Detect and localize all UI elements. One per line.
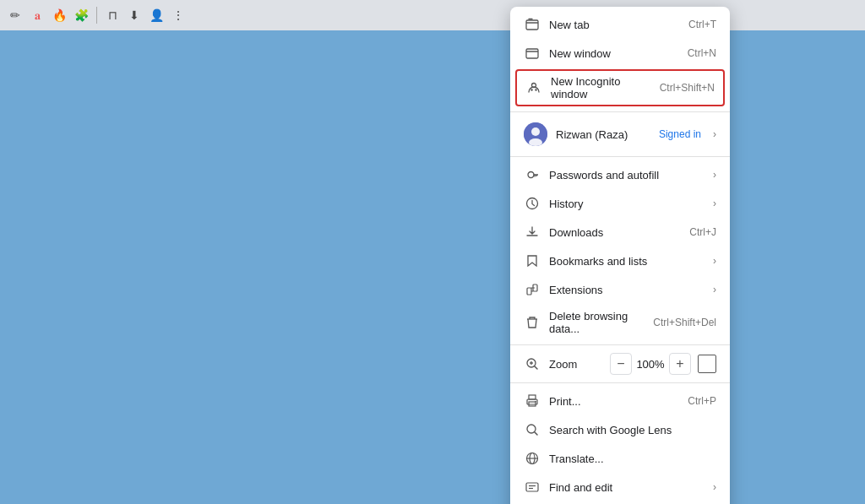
history-arrow: › (713, 198, 716, 209)
svg-rect-1 (526, 49, 538, 58)
menu-item-new-window[interactable]: New window Ctrl+N (510, 39, 730, 68)
menu-section-new: New tab Ctrl+T New window Ctrl+N (510, 7, 730, 112)
downloads-icon (524, 224, 541, 241)
svg-line-25 (535, 432, 537, 435)
toolbar-icon-cast[interactable]: ⊓ (104, 7, 121, 24)
delete-browsing-shortcut: Ctrl+Shift+Del (653, 317, 716, 328)
svg-marker-13 (528, 256, 536, 266)
zoom-minus-button[interactable]: − (610, 353, 632, 375)
passwords-arrow: › (713, 169, 716, 181)
svg-point-8 (528, 172, 534, 178)
svg-rect-14 (527, 288, 531, 295)
menu-item-downloads[interactable]: Downloads Ctrl+J (510, 218, 730, 247)
chrome-menu: New tab Ctrl+T New window Ctrl+N (510, 7, 730, 504)
new-tab-label: New tab (549, 19, 682, 31)
zoom-controls: − 100% + (610, 353, 716, 375)
find-edit-label: Find and edit (549, 481, 706, 494)
find-edit-icon (524, 479, 541, 496)
zoom-plus-button[interactable]: + (669, 353, 691, 375)
menu-item-print[interactable]: Print... Ctrl+P (510, 387, 730, 415)
translate-label: Translate... (549, 453, 716, 465)
toolbar-icon-fire[interactable]: 🔥 (51, 7, 68, 24)
menu-section-profile: Rizwan (Raza) Signed in › (510, 112, 730, 157)
profile-status: Signed in (659, 128, 701, 140)
svg-rect-20 (529, 395, 536, 399)
search-lens-icon (524, 421, 541, 438)
delete-browsing-icon (524, 314, 541, 331)
zoom-icon (524, 355, 541, 372)
menu-item-bookmarks[interactable]: Bookmarks and lists › (510, 247, 730, 275)
delete-browsing-label: Delete browsing data... (549, 310, 646, 335)
downloads-shortcut: Ctrl+J (689, 226, 716, 238)
svg-point-3 (530, 89, 532, 90)
zoom-label: Zoom (549, 358, 610, 371)
new-tab-icon (524, 16, 541, 33)
svg-point-23 (535, 401, 536, 403)
browser-toolbar: ✏ 𝐚 🔥 🧩 ⊓ ⬇ 👤 ⋮ (0, 0, 865, 30)
zoom-value: 100% (635, 358, 666, 371)
print-icon (524, 393, 541, 409)
menu-item-passwords[interactable]: Passwords and autofill › (510, 160, 730, 189)
svg-point-6 (531, 127, 540, 136)
menu-item-extensions[interactable]: Extensions › (510, 275, 730, 304)
pencil-icon[interactable]: ✏ (7, 7, 24, 24)
new-window-shortcut: Ctrl+N (688, 47, 716, 59)
svg-point-4 (535, 89, 536, 90)
profile-item[interactable]: Rizwan (Raza) Signed in › (510, 116, 730, 153)
toolbar-icon-ext[interactable]: 🧩 (73, 7, 90, 24)
search-lens-label: Search with Google Lens (549, 424, 716, 436)
bookmarks-icon (524, 252, 541, 269)
menu-item-find-edit[interactable]: Find and edit › (510, 473, 730, 501)
menu-section-tools: Passwords and autofill › History › Downl… (510, 157, 730, 345)
menu-section-actions: Print... Ctrl+P Search with Google Lens … (510, 383, 730, 504)
svg-rect-0 (526, 20, 538, 30)
separator (96, 7, 97, 24)
extensions-arrow: › (713, 284, 716, 295)
menu-item-incognito[interactable]: New Incognito window Ctrl+Shift+N (515, 69, 725, 106)
bookmarks-label: Bookmarks and lists (549, 255, 706, 268)
profile-avatar (524, 122, 547, 146)
downloads-label: Downloads (549, 226, 683, 239)
history-icon (524, 195, 541, 212)
incognito-icon (525, 79, 542, 96)
menu-item-search-lens[interactable]: Search with Google Lens (510, 415, 730, 444)
bookmarks-arrow: › (713, 255, 716, 267)
svg-line-17 (535, 366, 537, 369)
toolbar-icon-a[interactable]: 𝐚 (29, 7, 46, 24)
menu-item-translate[interactable]: Translate... (510, 444, 730, 473)
extensions-label: Extensions (549, 284, 706, 296)
incognito-shortcut: Ctrl+Shift+N (660, 82, 715, 94)
passwords-icon (524, 166, 541, 183)
menu-item-delete-browsing[interactable]: Delete browsing data... Ctrl+Shift+Del (510, 304, 730, 341)
profile-arrow: › (713, 128, 716, 140)
history-label: History (549, 198, 706, 210)
incognito-label: New Incognito window (551, 75, 653, 100)
svg-rect-29 (526, 483, 538, 491)
translate-icon (524, 450, 541, 467)
passwords-label: Passwords and autofill (549, 169, 706, 182)
new-window-icon (524, 45, 541, 62)
menu-section-zoom: Zoom − 100% + (510, 345, 730, 383)
more-menu-icon[interactable]: ⋮ (170, 7, 187, 24)
toolbar-icon-dl[interactable]: ⬇ (126, 7, 143, 24)
print-shortcut: Ctrl+P (688, 395, 716, 407)
find-edit-arrow: › (713, 481, 716, 493)
zoom-fullscreen-button[interactable] (698, 355, 716, 373)
profile-icon[interactable]: 👤 (148, 7, 165, 24)
menu-item-new-tab[interactable]: New tab Ctrl+T (510, 10, 730, 39)
new-window-label: New window (549, 47, 681, 60)
profile-name: Rizwan (Raza) (556, 128, 659, 141)
extensions-icon (524, 281, 541, 298)
print-label: Print... (549, 395, 681, 408)
new-tab-shortcut: Ctrl+T (688, 19, 716, 30)
menu-item-history[interactable]: History › (510, 189, 730, 218)
zoom-row: Zoom − 100% + (510, 349, 730, 379)
